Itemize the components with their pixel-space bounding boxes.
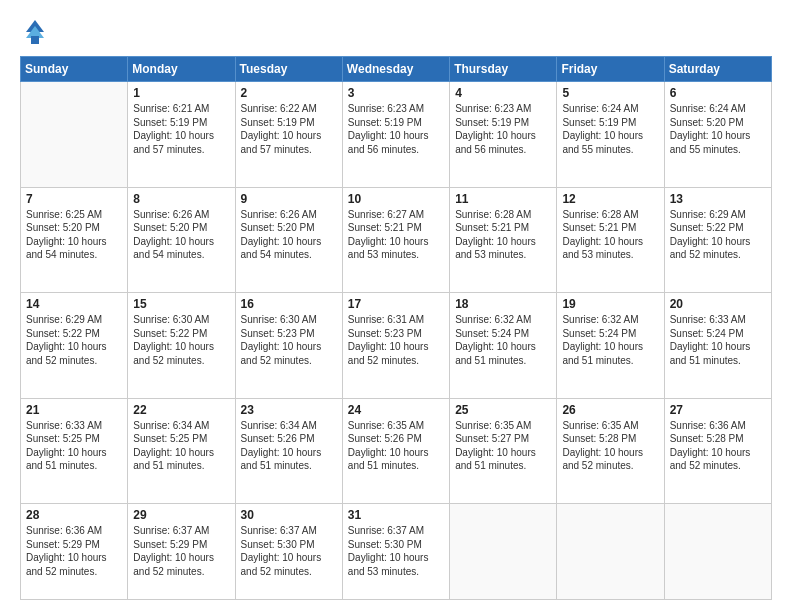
- calendar-cell: 15Sunrise: 6:30 AM Sunset: 5:22 PM Dayli…: [128, 293, 235, 399]
- calendar-cell: 22Sunrise: 6:34 AM Sunset: 5:25 PM Dayli…: [128, 398, 235, 504]
- day-info: Sunrise: 6:37 AM Sunset: 5:29 PM Dayligh…: [133, 524, 229, 578]
- logo: [20, 18, 46, 46]
- day-info: Sunrise: 6:37 AM Sunset: 5:30 PM Dayligh…: [241, 524, 337, 578]
- calendar-cell: 31Sunrise: 6:37 AM Sunset: 5:30 PM Dayli…: [342, 504, 449, 600]
- day-number: 23: [241, 403, 337, 417]
- calendar-cell: 19Sunrise: 6:32 AM Sunset: 5:24 PM Dayli…: [557, 293, 664, 399]
- day-number: 17: [348, 297, 444, 311]
- day-info: Sunrise: 6:29 AM Sunset: 5:22 PM Dayligh…: [670, 208, 766, 262]
- weekday-header-thursday: Thursday: [450, 57, 557, 82]
- day-info: Sunrise: 6:30 AM Sunset: 5:22 PM Dayligh…: [133, 313, 229, 367]
- calendar-cell: 6Sunrise: 6:24 AM Sunset: 5:20 PM Daylig…: [664, 82, 771, 188]
- day-info: Sunrise: 6:32 AM Sunset: 5:24 PM Dayligh…: [562, 313, 658, 367]
- day-info: Sunrise: 6:25 AM Sunset: 5:20 PM Dayligh…: [26, 208, 122, 262]
- day-info: Sunrise: 6:33 AM Sunset: 5:25 PM Dayligh…: [26, 419, 122, 473]
- day-number: 15: [133, 297, 229, 311]
- calendar-cell: 17Sunrise: 6:31 AM Sunset: 5:23 PM Dayli…: [342, 293, 449, 399]
- day-number: 4: [455, 86, 551, 100]
- day-number: 12: [562, 192, 658, 206]
- day-number: 14: [26, 297, 122, 311]
- day-number: 5: [562, 86, 658, 100]
- day-number: 16: [241, 297, 337, 311]
- calendar-cell: 29Sunrise: 6:37 AM Sunset: 5:29 PM Dayli…: [128, 504, 235, 600]
- calendar-week-row-2: 7Sunrise: 6:25 AM Sunset: 5:20 PM Daylig…: [21, 187, 772, 293]
- day-info: Sunrise: 6:36 AM Sunset: 5:29 PM Dayligh…: [26, 524, 122, 578]
- calendar-cell: [664, 504, 771, 600]
- calendar-cell: [557, 504, 664, 600]
- calendar-cell: 4Sunrise: 6:23 AM Sunset: 5:19 PM Daylig…: [450, 82, 557, 188]
- calendar-cell: 2Sunrise: 6:22 AM Sunset: 5:19 PM Daylig…: [235, 82, 342, 188]
- calendar-cell: 26Sunrise: 6:35 AM Sunset: 5:28 PM Dayli…: [557, 398, 664, 504]
- calendar-cell: 14Sunrise: 6:29 AM Sunset: 5:22 PM Dayli…: [21, 293, 128, 399]
- day-number: 26: [562, 403, 658, 417]
- day-info: Sunrise: 6:24 AM Sunset: 5:19 PM Dayligh…: [562, 102, 658, 156]
- day-number: 10: [348, 192, 444, 206]
- day-info: Sunrise: 6:27 AM Sunset: 5:21 PM Dayligh…: [348, 208, 444, 262]
- calendar-page: SundayMondayTuesdayWednesdayThursdayFrid…: [0, 0, 792, 612]
- day-info: Sunrise: 6:34 AM Sunset: 5:25 PM Dayligh…: [133, 419, 229, 473]
- day-info: Sunrise: 6:30 AM Sunset: 5:23 PM Dayligh…: [241, 313, 337, 367]
- calendar-cell: 7Sunrise: 6:25 AM Sunset: 5:20 PM Daylig…: [21, 187, 128, 293]
- day-info: Sunrise: 6:35 AM Sunset: 5:28 PM Dayligh…: [562, 419, 658, 473]
- weekday-header-wednesday: Wednesday: [342, 57, 449, 82]
- day-number: 31: [348, 508, 444, 522]
- day-number: 21: [26, 403, 122, 417]
- day-info: Sunrise: 6:21 AM Sunset: 5:19 PM Dayligh…: [133, 102, 229, 156]
- svg-rect-2: [31, 36, 39, 44]
- calendar-cell: 30Sunrise: 6:37 AM Sunset: 5:30 PM Dayli…: [235, 504, 342, 600]
- day-number: 2: [241, 86, 337, 100]
- day-info: Sunrise: 6:34 AM Sunset: 5:26 PM Dayligh…: [241, 419, 337, 473]
- day-info: Sunrise: 6:23 AM Sunset: 5:19 PM Dayligh…: [348, 102, 444, 156]
- day-info: Sunrise: 6:36 AM Sunset: 5:28 PM Dayligh…: [670, 419, 766, 473]
- calendar-cell: 21Sunrise: 6:33 AM Sunset: 5:25 PM Dayli…: [21, 398, 128, 504]
- day-info: Sunrise: 6:35 AM Sunset: 5:27 PM Dayligh…: [455, 419, 551, 473]
- day-number: 1: [133, 86, 229, 100]
- weekday-header-sunday: Sunday: [21, 57, 128, 82]
- day-info: Sunrise: 6:23 AM Sunset: 5:19 PM Dayligh…: [455, 102, 551, 156]
- calendar-table: SundayMondayTuesdayWednesdayThursdayFrid…: [20, 56, 772, 600]
- calendar-cell: [21, 82, 128, 188]
- day-number: 19: [562, 297, 658, 311]
- calendar-week-row-4: 21Sunrise: 6:33 AM Sunset: 5:25 PM Dayli…: [21, 398, 772, 504]
- day-number: 28: [26, 508, 122, 522]
- day-number: 27: [670, 403, 766, 417]
- calendar-cell: 3Sunrise: 6:23 AM Sunset: 5:19 PM Daylig…: [342, 82, 449, 188]
- calendar-week-row-5: 28Sunrise: 6:36 AM Sunset: 5:29 PM Dayli…: [21, 504, 772, 600]
- weekday-header-saturday: Saturday: [664, 57, 771, 82]
- day-info: Sunrise: 6:35 AM Sunset: 5:26 PM Dayligh…: [348, 419, 444, 473]
- day-info: Sunrise: 6:28 AM Sunset: 5:21 PM Dayligh…: [562, 208, 658, 262]
- day-number: 22: [133, 403, 229, 417]
- day-info: Sunrise: 6:26 AM Sunset: 5:20 PM Dayligh…: [241, 208, 337, 262]
- day-number: 11: [455, 192, 551, 206]
- header: [20, 18, 772, 46]
- day-number: 25: [455, 403, 551, 417]
- calendar-cell: 27Sunrise: 6:36 AM Sunset: 5:28 PM Dayli…: [664, 398, 771, 504]
- calendar-cell: 11Sunrise: 6:28 AM Sunset: 5:21 PM Dayli…: [450, 187, 557, 293]
- calendar-week-row-1: 1Sunrise: 6:21 AM Sunset: 5:19 PM Daylig…: [21, 82, 772, 188]
- calendar-cell: [450, 504, 557, 600]
- calendar-cell: 10Sunrise: 6:27 AM Sunset: 5:21 PM Dayli…: [342, 187, 449, 293]
- day-info: Sunrise: 6:26 AM Sunset: 5:20 PM Dayligh…: [133, 208, 229, 262]
- calendar-week-row-3: 14Sunrise: 6:29 AM Sunset: 5:22 PM Dayli…: [21, 293, 772, 399]
- day-number: 8: [133, 192, 229, 206]
- calendar-cell: 24Sunrise: 6:35 AM Sunset: 5:26 PM Dayli…: [342, 398, 449, 504]
- day-info: Sunrise: 6:33 AM Sunset: 5:24 PM Dayligh…: [670, 313, 766, 367]
- calendar-cell: 12Sunrise: 6:28 AM Sunset: 5:21 PM Dayli…: [557, 187, 664, 293]
- calendar-cell: 18Sunrise: 6:32 AM Sunset: 5:24 PM Dayli…: [450, 293, 557, 399]
- weekday-header-monday: Monday: [128, 57, 235, 82]
- calendar-cell: 13Sunrise: 6:29 AM Sunset: 5:22 PM Dayli…: [664, 187, 771, 293]
- calendar-cell: 20Sunrise: 6:33 AM Sunset: 5:24 PM Dayli…: [664, 293, 771, 399]
- day-info: Sunrise: 6:22 AM Sunset: 5:19 PM Dayligh…: [241, 102, 337, 156]
- calendar-cell: 9Sunrise: 6:26 AM Sunset: 5:20 PM Daylig…: [235, 187, 342, 293]
- calendar-cell: 1Sunrise: 6:21 AM Sunset: 5:19 PM Daylig…: [128, 82, 235, 188]
- calendar-cell: 5Sunrise: 6:24 AM Sunset: 5:19 PM Daylig…: [557, 82, 664, 188]
- day-info: Sunrise: 6:37 AM Sunset: 5:30 PM Dayligh…: [348, 524, 444, 578]
- calendar-cell: 16Sunrise: 6:30 AM Sunset: 5:23 PM Dayli…: [235, 293, 342, 399]
- day-number: 18: [455, 297, 551, 311]
- day-number: 3: [348, 86, 444, 100]
- calendar-cell: 28Sunrise: 6:36 AM Sunset: 5:29 PM Dayli…: [21, 504, 128, 600]
- day-number: 6: [670, 86, 766, 100]
- weekday-header-row: SundayMondayTuesdayWednesdayThursdayFrid…: [21, 57, 772, 82]
- day-number: 24: [348, 403, 444, 417]
- calendar-cell: 25Sunrise: 6:35 AM Sunset: 5:27 PM Dayli…: [450, 398, 557, 504]
